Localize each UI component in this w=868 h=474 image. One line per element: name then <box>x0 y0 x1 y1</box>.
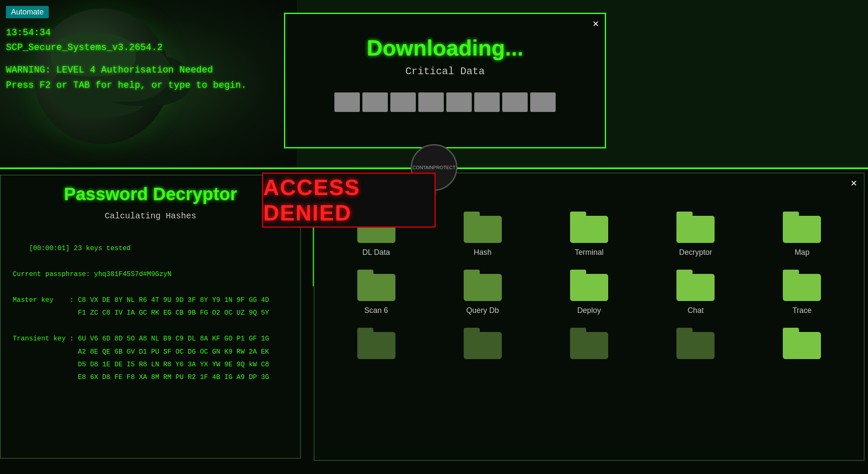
progress-bar <box>285 92 605 112</box>
folder-label-terminal: Terminal <box>575 248 604 257</box>
folder-icon-empty-4 <box>676 328 715 360</box>
automate-badge[interactable]: Automate <box>6 6 49 18</box>
progress-seg-6 <box>474 92 500 112</box>
download-panel: ✕ Downloading... Critical Data <box>284 13 606 148</box>
folder-terminal[interactable]: Terminal <box>540 212 638 257</box>
progress-seg-7 <box>502 92 528 112</box>
progress-seg-2 <box>362 92 388 112</box>
progress-seg-5 <box>446 92 472 112</box>
folder-icon-hash <box>464 212 502 244</box>
folder-icon-map <box>783 212 821 244</box>
folder-label-map: Map <box>795 248 810 257</box>
decrypt-title: Password Decryptor <box>13 184 288 204</box>
folder-trace[interactable]: Trace <box>753 270 851 315</box>
folder-decryptor[interactable]: Decryptor <box>647 212 745 257</box>
folder-hash[interactable]: Hash <box>434 212 531 257</box>
folder-label-scan6: Scan 6 <box>364 306 388 315</box>
terminal-warning: WARNING: LEVEL 4 Authorisation Needed <box>6 63 247 78</box>
folder-empty-2[interactable] <box>434 328 531 364</box>
folder-icon-querydb <box>464 270 502 302</box>
progress-seg-3 <box>390 92 416 112</box>
terminal-time: 13:54:34 <box>6 25 247 40</box>
folder-empty-1[interactable] <box>327 328 425 364</box>
folder-label-deploy: Deploy <box>577 306 601 315</box>
download-panel-title: Downloading... <box>285 35 605 61</box>
folder-querydb[interactable]: Query Db <box>434 270 531 315</box>
folder-empty-3[interactable] <box>540 328 638 364</box>
decrypt-panel: Password Decryptor Calculating Hashes [0… <box>0 175 301 459</box>
folder-map[interactable]: Map <box>753 212 851 257</box>
terminal-system: SCP_Secure_Systems_v3.2654.2 <box>6 40 247 55</box>
decrypt-subtitle: Calculating Hashes <box>13 211 288 221</box>
folder-label-chat: Chat <box>687 306 704 315</box>
folder-label-trace: Trace <box>793 306 812 315</box>
folder-icon-empty-2 <box>464 328 502 360</box>
progress-seg-1 <box>334 92 360 112</box>
folder-icon-empty-5 <box>783 328 821 360</box>
folder-icon-terminal <box>570 212 608 244</box>
folder-deploy[interactable]: Deploy <box>540 270 638 315</box>
folder-icon-trace <box>783 270 821 302</box>
folder-icon-empty-1 <box>357 328 395 360</box>
download-panel-subtitle: Critical Data <box>285 66 605 77</box>
terminal-info: 13:54:34 SCP_Secure_Systems_v3.2654.2 WA… <box>6 25 247 93</box>
folder-empty-4[interactable] <box>647 328 745 364</box>
folder-icon-deploy <box>570 270 608 302</box>
terminal-hint: Press F2 or TAB for help, or type to beg… <box>6 78 247 93</box>
folder-icon-empty-3 <box>570 328 608 360</box>
folder-empty-5[interactable] <box>753 328 851 364</box>
folder-chat[interactable]: Chat <box>647 270 745 315</box>
decrypt-log: [00:00:01] 23 keys tested Current passph… <box>13 229 288 397</box>
folder-icon-decryptor <box>676 212 715 244</box>
folder-label-hash: Hash <box>474 248 492 257</box>
folder-icon-chat <box>676 270 715 302</box>
folder-label-decryptor: Decryptor <box>679 248 712 257</box>
progress-seg-8 <box>530 92 556 112</box>
folder-scan6[interactable]: Scan 6 <box>327 270 425 315</box>
progress-seg-4 <box>418 92 444 112</box>
access-denied-overlay: ACCESS DENIED <box>262 173 436 228</box>
file-panel-close[interactable]: ✕ <box>851 177 857 189</box>
file-grid: DL Data Hash Terminal Decryptor Map Scan… <box>327 212 851 364</box>
folder-label-querydb: Query Db <box>466 306 499 315</box>
access-denied-text: ACCESS DENIED <box>263 175 434 226</box>
folder-icon-scan6 <box>357 270 395 302</box>
folder-label-dl-data: DL Data <box>362 248 390 257</box>
download-panel-close[interactable]: ✕ <box>593 17 599 30</box>
